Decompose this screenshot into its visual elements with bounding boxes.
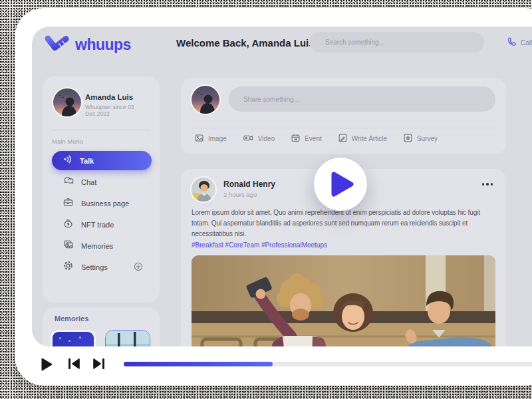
player-previous-button[interactable] bbox=[65, 355, 83, 374]
sidebar-item-chat[interactable]: Chat bbox=[52, 172, 152, 192]
memory-thumbnail-2[interactable] bbox=[105, 330, 150, 346]
voice-icon bbox=[63, 154, 72, 167]
money-bag-icon bbox=[63, 217, 74, 231]
photos-icon bbox=[63, 239, 74, 253]
sidebar-item-label: Chat bbox=[81, 178, 96, 186]
play-icon bbox=[331, 172, 354, 197]
post-composer-card: Image Video bbox=[181, 78, 506, 154]
search-bar[interactable] bbox=[309, 32, 484, 53]
sidebar-item-memories[interactable]: Memories bbox=[52, 236, 152, 255]
profile-name: Amanda Luis bbox=[85, 93, 133, 101]
sidebar-item-label: Memories bbox=[81, 242, 113, 250]
image-button[interactable]: Image bbox=[194, 133, 227, 144]
write-article-button[interactable]: Write Article bbox=[338, 133, 387, 144]
composer-divider bbox=[190, 128, 497, 128]
whuups-hand-logo-icon bbox=[44, 33, 69, 56]
video-camera-icon bbox=[243, 133, 254, 144]
video-button[interactable]: Video bbox=[243, 133, 275, 144]
composer-avatar bbox=[192, 86, 219, 114]
calendar-icon bbox=[291, 133, 301, 144]
sidebar-item-label: NFT trade bbox=[81, 221, 114, 229]
memories-title: Memories bbox=[55, 315, 88, 323]
sidebar-divider bbox=[52, 130, 150, 130]
app-frame: whuups Welcome Back, Amanda Luis Calls bbox=[32, 27, 532, 346]
memories-card: Memories bbox=[43, 307, 160, 346]
skip-next-icon bbox=[92, 358, 105, 370]
video-player-card: whuups Welcome Back, Amanda Luis Calls bbox=[15, 8, 532, 386]
sidebar-profile-card: Amanda Luis Whuupser since 03 Dec,2022 M… bbox=[43, 76, 160, 303]
feed-column: Image Video bbox=[181, 78, 506, 346]
phone-icon bbox=[506, 37, 516, 49]
search-input[interactable] bbox=[309, 32, 484, 53]
memory-thumbnail-1[interactable] bbox=[51, 330, 96, 346]
sidebar-item-label: Business page bbox=[81, 200, 129, 207]
chat-bubbles-icon bbox=[63, 175, 74, 189]
calls-button[interactable]: Calls bbox=[506, 37, 532, 49]
post-body-text: Lorem ipsum dolor sit amet. Quo animi re… bbox=[192, 207, 495, 240]
sidebar-item-settings[interactable]: Settings bbox=[52, 257, 152, 277]
sidebar-item-label: Talk bbox=[80, 157, 94, 165]
welcome-heading: Welcome Back, Amanda Luis bbox=[176, 37, 315, 49]
profile-subtitle: Whuupser since 03 Dec,2022 bbox=[85, 104, 160, 117]
video-play-overlay-button[interactable] bbox=[314, 158, 367, 211]
star-square-icon bbox=[403, 133, 413, 144]
sidebar-item-nft-trade[interactable]: NFT trade bbox=[52, 215, 152, 234]
composer-actions: Image Video bbox=[194, 133, 438, 144]
app-logo[interactable]: whuups bbox=[44, 33, 131, 56]
plus-circle-icon[interactable] bbox=[133, 261, 144, 275]
post-photo[interactable] bbox=[192, 255, 495, 346]
image-icon bbox=[194, 133, 204, 144]
logo-wordmark: whuups bbox=[75, 36, 131, 54]
post-options-ellipsis-icon[interactable] bbox=[479, 178, 496, 191]
player-next-button[interactable] bbox=[90, 355, 108, 374]
profile-avatar bbox=[53, 88, 81, 116]
memories-thumbnails bbox=[51, 330, 150, 346]
share-something-field[interactable] bbox=[229, 86, 495, 112]
calls-label: Calls bbox=[521, 39, 532, 47]
noise-background: whuups Welcome Back, Amanda Luis Calls bbox=[0, 0, 532, 399]
main-menu-label: Main Menu bbox=[52, 138, 83, 145]
briefcase-icon bbox=[63, 196, 74, 210]
event-button[interactable]: Event bbox=[291, 133, 322, 144]
gear-icon bbox=[63, 260, 74, 274]
player-progress-bar[interactable] bbox=[124, 362, 532, 366]
post-hashtags[interactable]: #Breakfast #CoreTeam #ProfessionalMeetup… bbox=[192, 241, 495, 249]
pencil-square-icon bbox=[338, 133, 348, 144]
sidebar-item-label: Settings bbox=[81, 263, 108, 271]
player-play-button[interactable] bbox=[39, 355, 55, 376]
main-menu: Talk Chat bbox=[52, 151, 152, 279]
post-author-avatar bbox=[192, 178, 215, 201]
action-label: Survey bbox=[417, 135, 438, 142]
action-label: Event bbox=[305, 135, 322, 142]
play-icon bbox=[41, 358, 53, 371]
sidebar-item-talk[interactable]: Talk bbox=[52, 151, 152, 170]
survey-button[interactable]: Survey bbox=[403, 133, 438, 144]
action-label: Video bbox=[258, 135, 275, 142]
sidebar-item-business-page[interactable]: Business page bbox=[52, 194, 152, 213]
composer-input[interactable] bbox=[229, 86, 495, 112]
action-label: Write Article bbox=[352, 135, 387, 142]
skip-previous-icon bbox=[68, 358, 80, 370]
progress-fill bbox=[124, 362, 273, 366]
action-label: Image bbox=[208, 135, 227, 142]
